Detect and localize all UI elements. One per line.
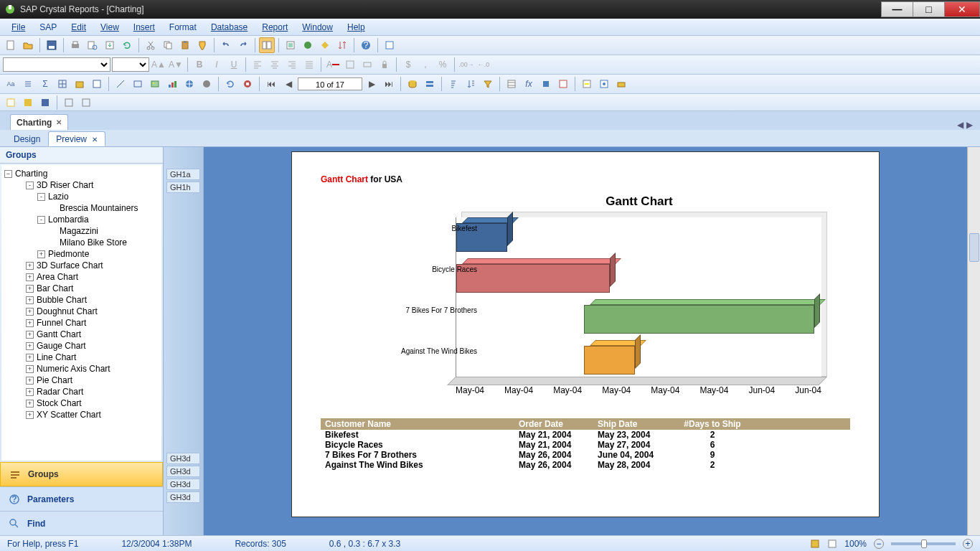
insert-box-button[interactable] [130,76,146,92]
save-button[interactable] [44,37,60,53]
tree-item[interactable]: -Lazio [3,191,160,202]
first-page-button[interactable]: ⏮ [263,76,279,92]
group-expert-button[interactable] [422,76,438,92]
sort-expert-button[interactable] [334,37,350,53]
tree-item[interactable]: -Lombardia [3,214,160,225]
menu-help[interactable]: Help [340,21,372,34]
tab-design[interactable]: Design [6,131,48,146]
currency-button[interactable]: $ [400,57,416,72]
zoom-in-button[interactable]: + [963,539,973,549]
print-button[interactable] [67,37,83,53]
select-expert-button[interactable] [317,37,333,53]
new-button[interactable] [3,37,19,53]
tab-preview[interactable]: Preview ✕ [48,131,105,146]
maximize-button[interactable]: □ [913,1,945,17]
highlighting-expert-button[interactable] [579,76,595,92]
group-sort-button[interactable] [446,76,461,92]
suppress-button[interactable] [359,57,375,72]
tree-item[interactable]: +Bubble Chart [3,294,160,306]
extra-btn-3[interactable] [37,95,53,110]
stop-button[interactable] [240,76,255,92]
nav-groups[interactable]: Groups [0,462,163,486]
zoom-out-button[interactable]: − [874,539,884,549]
report-canvas[interactable]: Gantt Chart for USA Gantt Chart May-04Ma… [204,147,967,535]
tree-item[interactable]: Brescia Mountainers [3,202,160,214]
tree-item[interactable]: +Pie Chart [3,375,160,386]
underline-button[interactable]: U [226,57,242,72]
tree-item[interactable]: +Doughnut Chart [3,306,160,317]
close-icon[interactable]: ✕ [56,118,62,126]
lock-format-button[interactable] [377,57,392,72]
tree-item[interactable]: −Charting [3,168,160,179]
extra-btn-1[interactable] [3,95,19,110]
nav-find[interactable]: Find [0,511,163,535]
marker[interactable]: GH3d [166,479,200,490]
workbench-button[interactable] [613,76,629,92]
paste-button[interactable] [177,37,193,53]
insert-summary-button[interactable] [283,37,298,53]
help-button[interactable]: ? [358,37,374,53]
format-painter-button[interactable] [194,37,210,53]
record-sort-button[interactable] [463,76,479,92]
section-expert-button[interactable] [300,37,316,53]
section-expert2-button[interactable] [504,76,519,92]
insert-map-button[interactable] [182,76,197,92]
increase-decimals-button[interactable]: .00→ [458,57,474,72]
tree-item[interactable]: +3D Surface Chart [3,260,160,271]
align-center-button[interactable] [267,57,283,72]
olap-expert-button[interactable] [538,76,554,92]
toggle-group-tree-button[interactable] [259,37,275,53]
formula-workshop-button[interactable]: fx [521,76,537,92]
tree-item[interactable]: -3D Riser Chart [3,179,160,191]
tree-item[interactable]: +Radar Chart [3,386,160,397]
insert-text-button[interactable]: Aa [3,76,19,92]
menu-view[interactable]: View [93,21,126,34]
menu-edit[interactable]: Edit [64,21,93,34]
tree-item[interactable]: +Area Chart [3,271,160,283]
insert-crosstab-button[interactable] [55,76,70,92]
redo-button[interactable] [235,37,251,53]
copy-button[interactable] [160,37,176,53]
refresh-data-button[interactable] [222,76,238,92]
group-tree[interactable]: −Charting-3D Riser Chart-LazioBrescia Mo… [1,165,161,461]
marker[interactable]: GH1a [166,169,200,180]
tree-item[interactable]: +Gauge Chart [3,340,160,352]
insert-group-button[interactable] [20,76,36,92]
tree-item[interactable]: +Gantt Chart [3,329,160,340]
increase-font-button[interactable]: A▲ [151,57,166,72]
thousands-button[interactable]: , [418,57,433,72]
gantt-chart[interactable]: May-04May-04May-04May-04May-04May-04Jun-… [378,212,850,405]
repository-button[interactable] [382,37,397,53]
font-size-combo[interactable] [112,57,149,72]
print-preview-button[interactable] [85,37,100,53]
tree-item[interactable]: +Line Chart [3,352,160,363]
align-left-button[interactable] [250,57,265,72]
insert-olap-button[interactable] [72,76,88,92]
marker[interactable]: GH3d [166,466,200,477]
tree-item[interactable]: +Bar Chart [3,283,160,294]
doctab-charting[interactable]: Charting ✕ [10,114,68,130]
percent-button[interactable]: % [435,57,451,72]
font-combo[interactable] [3,57,110,72]
decrease-font-button[interactable]: A▼ [168,57,184,72]
page-indicator[interactable]: 10 of 17 [298,77,362,90]
minimize-button[interactable]: — [881,1,913,17]
insert-flash-button[interactable] [199,76,215,92]
tabs-right-arrow-icon[interactable]: ▶ [966,120,973,130]
insert-line-button[interactable] [113,76,128,92]
tabs-left-arrow-icon[interactable]: ◀ [957,120,963,130]
font-color-button[interactable]: A [325,57,341,72]
insert-subreport-button[interactable] [89,76,105,92]
menu-sap[interactable]: SAP [32,21,64,34]
tree-item[interactable]: +XY Scatter Chart [3,409,160,420]
last-page-button[interactable]: ⏭ [381,76,397,92]
template-expert-button[interactable] [555,76,571,92]
close-icon[interactable]: ✕ [92,136,98,143]
menu-file[interactable]: File [4,21,32,34]
cut-button[interactable] [143,37,159,53]
tree-item[interactable]: +Stock Chart [3,397,160,409]
decrease-decimals-button[interactable]: ←.0 [476,57,491,72]
marker[interactable]: GH3d [166,453,200,464]
extra-btn-5[interactable] [78,95,94,110]
align-justify-button[interactable] [301,57,317,72]
